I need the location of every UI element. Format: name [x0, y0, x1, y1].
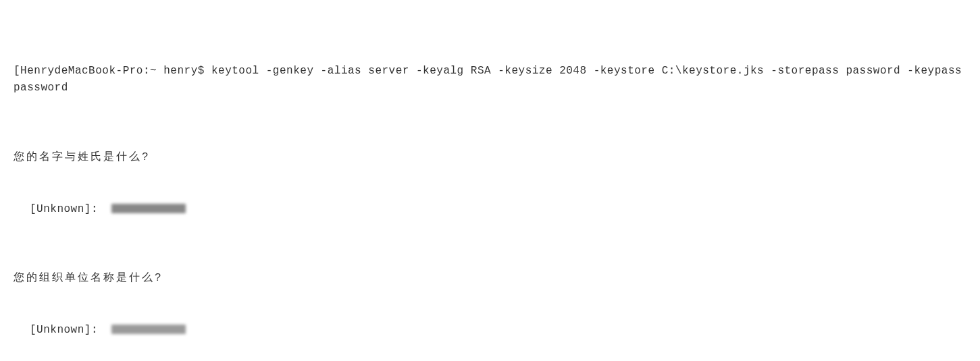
redacted-value — [111, 325, 186, 334]
shell-prompt: [HenrydeMacBook-Pro:~ henry$ — [14, 65, 211, 77]
redacted-value — [111, 204, 186, 213]
answer-label: [Unknown]: — [30, 203, 111, 215]
answer-label: [Unknown]: — [30, 324, 111, 336]
prompt-question-2: 您的组织单位名称是什么? — [14, 270, 966, 287]
prompt-answer-1: [Unknown]: — [30, 201, 966, 219]
prompt-answer-2: [Unknown]: — [30, 322, 966, 339]
command-line: [HenrydeMacBook-Pro:~ henry$ keytool -ge… — [14, 63, 966, 97]
prompt-question-1: 您的名字与姓氏是什么? — [14, 149, 966, 167]
terminal-output: [HenrydeMacBook-Pro:~ henry$ keytool -ge… — [14, 11, 966, 361]
